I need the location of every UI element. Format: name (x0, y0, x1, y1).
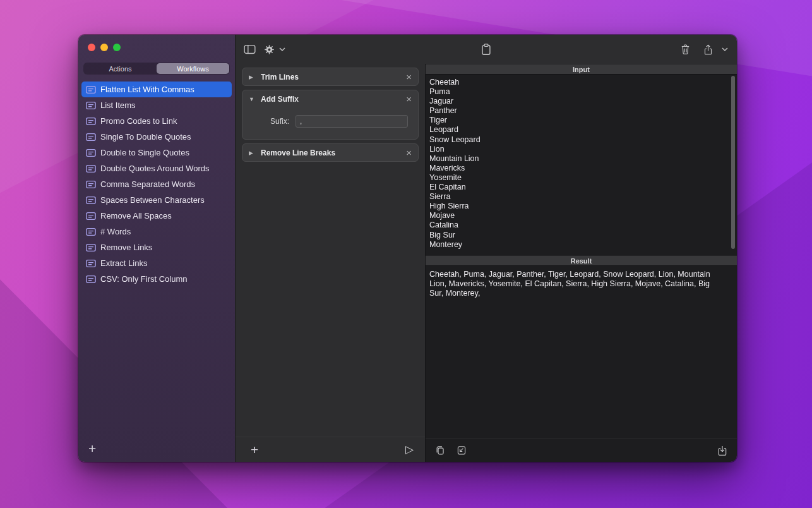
input-line: Sierra (429, 192, 731, 202)
tab-workflows[interactable]: Workflows (157, 63, 229, 74)
remove-step-button[interactable]: × (406, 148, 412, 157)
step-card-add-suffix: ▼ Add Suffix × Sufix: (242, 90, 419, 140)
add-step-button[interactable]: + (243, 444, 258, 456)
save-result-button[interactable] (717, 445, 727, 456)
use-result-as-input-button[interactable] (457, 445, 467, 456)
app-window: Actions Workflows Flatten List With Comm… (78, 35, 737, 462)
step-header[interactable]: ▼ Add Suffix × (242, 90, 418, 107)
settings-gear-button[interactable] (264, 44, 275, 55)
sidebar-item-workflow[interactable]: Comma Separated Words (81, 176, 232, 192)
suffix-field[interactable] (296, 115, 408, 128)
sidebar-item-label: Extract Links (100, 258, 147, 268)
run-workflow-button[interactable]: ▷ (405, 443, 417, 456)
sidebar-toggle-button[interactable] (244, 44, 256, 54)
remove-step-button[interactable]: × (406, 94, 412, 104)
workflow-icon (86, 101, 96, 110)
share-button[interactable] (703, 44, 713, 56)
result-text: Cheetah, Puma, Jaguar, Panther, Tiger, L… (426, 266, 737, 438)
window-controls (78, 35, 235, 51)
io-panel: Input Cheetah Puma Jaguar Panther Tiger … (426, 64, 737, 462)
input-line: Lion (429, 145, 731, 154)
sidebar-item-workflow[interactable]: List Items (81, 97, 232, 113)
sidebar-item-workflow[interactable]: Single To Double Quotes (81, 129, 232, 145)
clipboard-button[interactable] (481, 44, 492, 56)
step-options: Sufix: (242, 107, 418, 139)
sidebar-footer: + (78, 442, 235, 462)
workflow-icon (86, 196, 96, 205)
disclosure-collapsed-icon: ▶ (249, 150, 255, 156)
sidebar-item-workflow[interactable]: Remove Links (81, 239, 232, 255)
sidebar-item-workflow[interactable]: CSV: Only First Column (81, 271, 232, 287)
close-window-button[interactable] (88, 44, 95, 51)
sidebar-item-label: List Items (100, 100, 136, 110)
input-header-label: Input (573, 66, 590, 73)
trash-button[interactable] (680, 44, 691, 55)
sidebar-item-workflow[interactable]: Double Quotes Around Words (81, 160, 232, 176)
main-area: ▶ Trim Lines × ▼ Add Suffix × Sufix: (236, 35, 737, 462)
scrollbar[interactable] (731, 76, 735, 249)
workflow-icon (86, 117, 96, 126)
sidebar-item-workflow[interactable]: Flatten List With Commas (81, 82, 232, 97)
workflow-icon (86, 133, 96, 142)
sidebar-item-label: Double Quotes Around Words (100, 164, 209, 173)
sidebar-item-label: Single To Double Quotes (100, 132, 191, 142)
input-line: El Capitan (429, 183, 731, 192)
workflow-icon (86, 180, 96, 189)
input-line: Monterey (429, 240, 731, 250)
toolbar-right (680, 44, 728, 56)
sidebar-item-workflow[interactable]: Spaces Between Characters (81, 192, 232, 208)
content-body: ▶ Trim Lines × ▼ Add Suffix × Sufix: (236, 64, 737, 462)
step-title: Remove Line Breaks (261, 148, 335, 157)
add-workflow-button[interactable]: + (88, 442, 96, 455)
sidebar-item-workflow[interactable]: Promo Codes to Link (81, 113, 232, 129)
input-line: Puma (429, 87, 731, 97)
sidebar-item-workflow[interactable]: Extract Links (81, 255, 232, 271)
sidebar-item-label: # Words (100, 227, 131, 236)
workflow-icon (86, 85, 96, 94)
workflow-list: Flatten List With Commas List Items (78, 82, 235, 287)
input-line: High Sierra (429, 202, 731, 211)
minimize-window-button[interactable] (100, 44, 108, 51)
remove-step-button[interactable]: × (406, 72, 412, 82)
chevron-down-icon[interactable] (279, 47, 285, 51)
workflow-icon (86, 212, 96, 221)
input-line: Panther (429, 106, 731, 116)
input-line: Catalina (429, 221, 731, 230)
workflow-icon (86, 275, 96, 284)
step-header[interactable]: ▶ Remove Line Breaks × (242, 144, 418, 161)
input-line: Snow Leopard (429, 135, 731, 145)
sidebar-item-workflow[interactable]: Double to Single Quotes (81, 145, 232, 160)
input-line: Leopard (429, 125, 731, 135)
toolbar-left (244, 44, 285, 55)
sidebar: Actions Workflows Flatten List With Comm… (78, 35, 236, 462)
sidebar-item-label: Flatten List With Commas (100, 85, 194, 94)
step-card-remove-line-breaks: ▶ Remove Line Breaks × (242, 143, 419, 162)
input-line: Yosemite (429, 173, 731, 183)
workflow-icon (86, 259, 96, 268)
sidebar-item-workflow[interactable]: # Words (81, 224, 232, 239)
input-line: Mountain Lion (429, 154, 731, 164)
input-text-area[interactable]: Cheetah Puma Jaguar Panther Tiger Leopar… (426, 75, 737, 255)
tab-actions[interactable]: Actions (84, 63, 157, 74)
sidebar-item-label: Promo Codes to Link (100, 116, 177, 126)
suffix-field-label: Sufix: (250, 117, 289, 126)
input-line: Mavericks (429, 164, 731, 173)
workflow-icon (86, 148, 96, 157)
input-line: Cheetah (429, 78, 731, 87)
workflow-icon (86, 164, 96, 173)
step-title: Add Suffix (261, 95, 299, 104)
disclosure-expanded-icon: ▼ (249, 96, 255, 102)
sidebar-item-label: Remove Links (100, 243, 152, 252)
zoom-window-button[interactable] (113, 44, 121, 51)
io-footer (426, 438, 737, 462)
input-line: Tiger (429, 116, 731, 125)
copy-result-button[interactable] (435, 445, 445, 456)
workflow-steps-panel: ▶ Trim Lines × ▼ Add Suffix × Sufix: (236, 64, 426, 462)
step-header[interactable]: ▶ Trim Lines × (242, 68, 418, 85)
sidebar-tabs: Actions Workflows (83, 63, 230, 75)
sidebar-item-label: Comma Separated Words (100, 179, 195, 189)
sidebar-item-label: CSV: Only First Column (100, 274, 188, 284)
sidebar-item-workflow[interactable]: Remove All Spaces (81, 208, 232, 224)
sidebar-item-label: Remove All Spaces (100, 211, 172, 221)
chevron-down-icon[interactable] (722, 47, 728, 51)
